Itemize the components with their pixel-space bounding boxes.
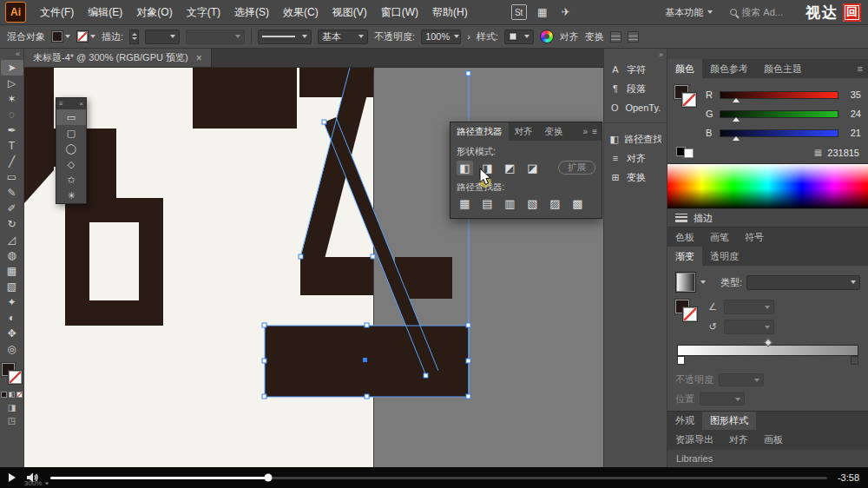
close-icon[interactable]: × [79, 100, 83, 108]
tab-color[interactable]: 颜色 [667, 59, 702, 78]
tab-appearance[interactable]: 外观 [667, 412, 702, 430]
ellipse-tool[interactable]: ◯ [56, 141, 86, 156]
slider-handle[interactable] [733, 136, 740, 141]
tab-artboards[interactable]: 画板 [756, 430, 791, 449]
tab-align[interactable]: 对齐 [509, 122, 539, 141]
libraries-panel-tab[interactable]: Libraries [667, 449, 868, 466]
document-tab[interactable]: 未标题-4* @ 300% (RGB/GPU 预览) × [24, 49, 212, 67]
star-tool[interactable]: ✩ [56, 172, 86, 188]
gradient-fill-stroke-proxy[interactable] [675, 300, 700, 327]
tool-hand[interactable]: ✥ [1, 326, 23, 341]
tool-type[interactable]: T [1, 138, 23, 154]
tab-brushes[interactable]: 画笔 [702, 228, 737, 247]
slider-handle[interactable] [733, 117, 740, 122]
panel-button-opentype[interactable]: OOpenTy... [604, 98, 667, 117]
brush-definition-select[interactable]: 基本 [318, 30, 368, 44]
menu-item-1[interactable]: 编辑(E) [81, 0, 129, 24]
gradient-type-select[interactable] [746, 275, 860, 290]
unite-button[interactable]: ◧ [457, 161, 473, 175]
rocket-icon[interactable]: ✈ [558, 4, 574, 20]
outline-button[interactable]: ▨ [547, 196, 563, 211]
divide-button[interactable]: ▦ [457, 196, 473, 211]
fill-stroke-proxy[interactable] [674, 85, 699, 113]
gradient-stop-end[interactable] [851, 356, 858, 365]
align-icon[interactable] [610, 31, 621, 43]
menu-item-3[interactable]: 文字(T) [180, 0, 227, 24]
width-profile-select[interactable] [186, 30, 245, 44]
menu-item-8[interactable]: 帮助(H) [425, 0, 475, 24]
slider-track[interactable] [720, 91, 838, 99]
menu-item-0[interactable]: 文件(F) [33, 0, 81, 24]
stroke-proxy[interactable] [682, 93, 696, 107]
trim-button[interactable]: ▤ [479, 196, 496, 211]
menu-item-6[interactable]: 视图(V) [326, 0, 374, 24]
gradient-mode-icon[interactable] [9, 392, 15, 398]
tool-direct-selection[interactable]: ▷ [1, 76, 23, 91]
reverse-gradient-icon[interactable]: ↺ [707, 321, 719, 333]
stroke-panel-header[interactable]: 描边 [667, 208, 868, 228]
stroke-proxy[interactable] [683, 307, 697, 321]
tool-magic-wand[interactable]: ✶ [1, 91, 23, 107]
tool-rectangle[interactable]: ▭ [1, 169, 23, 185]
color-mode-icon[interactable] [1, 392, 7, 398]
tool-eyedropper[interactable]: ✦ [1, 294, 23, 310]
panel-button-transform[interactable]: ⊞变换 [604, 168, 667, 187]
minus-back-button[interactable]: ▩ [569, 196, 586, 211]
tool-gradient[interactable]: ▧ [1, 279, 23, 294]
fill-stroke-indicator[interactable] [1, 363, 23, 387]
tool-line-segment[interactable]: ╱ [1, 154, 23, 169]
screen-mode-icon[interactable]: ◳ [1, 414, 23, 427]
tab-color-themes[interactable]: 颜色主题 [756, 59, 810, 78]
transform-icon[interactable] [628, 31, 639, 43]
apps-grid-icon[interactable]: ▦ [535, 4, 550, 20]
workspace-switcher[interactable]: 基本功能 [665, 6, 713, 19]
merge-button[interactable]: ▥ [502, 196, 518, 211]
tool-lasso[interactable]: ◌ [1, 107, 23, 122]
tool-mesh[interactable]: ▦ [1, 263, 23, 279]
menu-item-4[interactable]: 选择(S) [227, 0, 276, 24]
tool-shape-builder[interactable]: ◍ [1, 247, 23, 263]
tool-zoom[interactable]: ◎ [1, 341, 23, 357]
recolor-artwork-icon[interactable] [540, 30, 554, 43]
tool-blend[interactable]: ◐ [1, 310, 23, 326]
tab-gradient[interactable]: 渐变 [667, 247, 702, 266]
stroke-weight-stepper[interactable] [129, 30, 139, 44]
crop-button[interactable]: ▧ [524, 196, 541, 211]
stroke-color-picker[interactable] [76, 30, 95, 43]
tool-selection[interactable]: ➤ [1, 60, 23, 76]
exclude-button[interactable]: ◪ [524, 161, 541, 175]
tool-pen[interactable]: ✒ [1, 122, 23, 138]
collapse-tools-icon[interactable]: « [16, 49, 23, 60]
tab-swatches[interactable]: 色板 [667, 228, 702, 247]
search-field[interactable]: 搜索 Ad... [730, 6, 783, 19]
polygon-tool[interactable]: ◇ [56, 156, 86, 172]
panel-button-align[interactable]: ≡对齐 [604, 148, 667, 168]
menu-item-7[interactable]: 窗口(W) [374, 0, 425, 24]
panel-button-character[interactable]: A字符 [604, 60, 667, 79]
illustrator-logo[interactable]: Ai [5, 2, 26, 23]
variable-width-select[interactable] [258, 30, 312, 44]
slider-track[interactable] [720, 110, 838, 118]
rectangle-tool[interactable]: ▭ [56, 109, 86, 125]
tab-color-guide[interactable]: 颜色参考 [702, 59, 756, 78]
black-white-swatches[interactable] [676, 147, 697, 158]
panel-button-paragraph[interactable]: ¶段落 [604, 79, 667, 98]
tool-rotate[interactable]: ↻ [1, 216, 23, 232]
tool-scale[interactable]: ◿ [1, 232, 23, 247]
draw-mode-icon[interactable]: ◨ [1, 401, 23, 414]
adobe-stock-icon[interactable]: St [511, 4, 527, 20]
canvas[interactable]: ≡ × ▭▢◯◇✩✳ 路径查找器对齐变换 » ≡ 形状模式: [24, 68, 603, 467]
panel-button-pathfinder[interactable]: ◧路径查找... [604, 129, 667, 148]
intersect-button[interactable]: ◩ [502, 161, 518, 175]
rounded-rectangle-tool[interactable]: ▢ [56, 125, 86, 141]
menu-item-2[interactable]: 对象(O) [129, 0, 179, 24]
tab-asset-export[interactable]: 资源导出 [667, 430, 721, 449]
double-chevron-icon[interactable]: » [583, 127, 589, 136]
slider-handle[interactable] [733, 98, 740, 102]
flare-tool[interactable]: ✳ [56, 188, 86, 203]
fill-color-picker[interactable] [51, 30, 70, 43]
tab-pathfinder[interactable]: 路径查找器 [450, 122, 509, 141]
slider-track[interactable] [720, 129, 838, 137]
video-progress-bar[interactable] [50, 477, 827, 479]
flyout-header[interactable]: ≡ × [56, 98, 86, 109]
